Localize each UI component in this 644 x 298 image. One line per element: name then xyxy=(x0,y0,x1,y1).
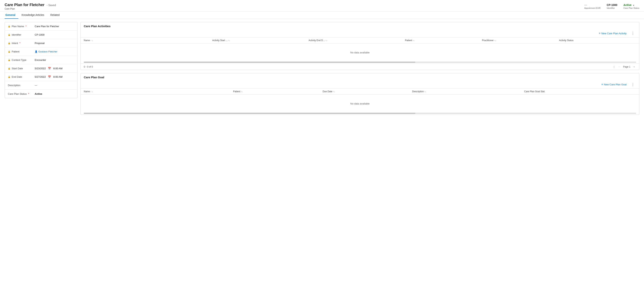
activities-toolbar: + New Care Plan Activity ⋮ xyxy=(81,29,639,37)
page-next-button[interactable]: → xyxy=(632,65,636,69)
label-patient: 🔒 Patient xyxy=(8,50,35,53)
new-care-plan-goal-button[interactable]: + New Care Plan Goal xyxy=(600,82,628,87)
sort-icon: ↑↓ xyxy=(412,39,414,41)
start-date-value: 5/23/2022 xyxy=(35,67,46,70)
goals-toolbar: + New Care Plan Goal ⋮ xyxy=(81,80,639,89)
value-start-date[interactable]: 5/23/2022 📅 8:00 AM xyxy=(35,67,74,70)
lock-icon: 🔒 xyxy=(8,42,10,44)
goals-scrollbar[interactable] xyxy=(84,113,636,114)
calendar-icon[interactable]: 📅 xyxy=(48,67,51,70)
field-description: Description --- xyxy=(5,81,77,90)
sort-asc-icon: ↑ xyxy=(90,39,92,41)
status-value: Active ∨ xyxy=(624,3,634,6)
end-date-value: 5/27/2022 xyxy=(35,75,46,78)
goals-table-header: Name ↑ ↓ Patient ↑↓ Due Date ↑↓ Descript… xyxy=(81,89,639,95)
col-header-activity-end[interactable]: Activity End D... ↑↓ xyxy=(309,39,405,42)
col-header-description[interactable]: Description ↑↓ xyxy=(412,90,524,93)
activities-header: Care Plan Activities xyxy=(81,22,639,29)
field-context-type: 🔒 Context Type Encounter xyxy=(5,56,77,64)
field-identifier: 🔒 Identifier CP-1000 xyxy=(5,31,77,39)
patient-name: Gustavo Fletcher xyxy=(38,50,57,53)
header-field-status[interactable]: Active ∨ Care Plan Status xyxy=(624,3,640,9)
lock-icon: 🔒 xyxy=(8,50,10,53)
tab-related[interactable]: Related xyxy=(50,11,62,19)
appointment-ehr-label: Appoinment EHR xyxy=(584,7,601,9)
status-label: Care Plan Status xyxy=(624,7,640,9)
field-end-date: 🔒 End Date 5/27/2022 📅 8:00 AM xyxy=(5,73,77,81)
sort-toggle-icon: ↓ xyxy=(92,39,93,41)
activities-more-button[interactable]: ⋮ xyxy=(630,30,636,36)
sort-icon: ↑↓ xyxy=(494,39,496,41)
calendar-icon[interactable]: 📅 xyxy=(48,75,51,78)
appointment-ehr-value: --- xyxy=(584,3,587,6)
value-care-plan-status[interactable]: Active xyxy=(35,92,74,95)
identifier-value: CP-1000 xyxy=(607,3,617,6)
form-panel: 🔒 Plan Name * Care Plan for Fletcher 🔒 I… xyxy=(4,22,78,98)
goals-header: Care Plan Goal xyxy=(81,73,639,80)
value-description[interactable]: --- xyxy=(35,84,74,87)
sort-asc-icon: ↑ xyxy=(90,91,92,93)
sort-icon: ↑↓ xyxy=(228,39,230,41)
field-intent: 🔒 Intent * Proposal xyxy=(5,39,77,47)
field-start-date: 🔒 Start Date 5/23/2022 📅 8:00 AM xyxy=(5,64,77,73)
sort-icon: ↑↓ xyxy=(325,39,327,41)
label-context-type: 🔒 Context Type xyxy=(8,59,35,61)
goals-section: Care Plan Goal + New Care Plan Goal ⋮ Na… xyxy=(80,73,640,115)
label-plan-name: 🔒 Plan Name * xyxy=(8,25,35,28)
activities-table-footer: 0 - 0 of 0 ⟨⟨ ← Page 1 → xyxy=(81,64,639,70)
col-header-goal-patient[interactable]: Patient ↑↓ xyxy=(233,90,323,93)
activities-table-header: Name ↑ ↓ Activity Start ... ↑↓ Activity … xyxy=(81,37,639,43)
tab-general[interactable]: General xyxy=(4,11,18,19)
lock-icon: 🔒 xyxy=(8,76,10,78)
goals-more-button[interactable]: ⋮ xyxy=(630,82,636,87)
col-header-practitioner[interactable]: Practitioner ↑↓ xyxy=(482,39,559,42)
value-intent[interactable]: Proposal xyxy=(35,42,74,45)
status-text: Active xyxy=(624,3,632,6)
header-field-appointment-ehr: --- Appoinment EHR xyxy=(584,3,601,9)
page-first-button[interactable]: ⟨⟨ xyxy=(612,65,616,69)
col-header-care-plan-goal-stat[interactable]: Care Plan Goal Stat xyxy=(524,90,636,93)
value-plan-name[interactable]: Care Plan for Fletcher xyxy=(35,25,74,28)
new-activity-label: New Care Plan Activity xyxy=(602,32,627,35)
col-header-activity-status[interactable]: Activity Status xyxy=(559,39,636,42)
header-left: Care Plan for Fletcher - Saved Care Plan xyxy=(4,3,56,10)
col-header-patient[interactable]: Patient ↑↓ xyxy=(405,39,482,42)
sort-icon: ↑↓ xyxy=(241,91,243,93)
label-care-plan-status: Care Plan Status * xyxy=(8,92,35,95)
label-start-date: 🔒 Start Date xyxy=(8,67,35,70)
field-plan-name: 🔒 Plan Name * Care Plan for Fletcher xyxy=(5,22,77,31)
end-time-value: 8:00 AM xyxy=(53,75,62,78)
lock-icon: 🔒 xyxy=(8,59,10,61)
activities-pagination-info: 0 - 0 of 0 xyxy=(84,65,93,68)
sort-toggle-icon: ↓ xyxy=(92,91,93,93)
identifier-label: Identifier xyxy=(607,7,615,9)
activities-scrollbar[interactable] xyxy=(84,62,636,63)
page-header: Care Plan for Fletcher - Saved Care Plan… xyxy=(0,0,644,11)
person-icon: 👤 xyxy=(35,50,38,53)
value-end-date[interactable]: 5/27/2022 📅 8:00 AM xyxy=(35,75,74,78)
col-header-due-date[interactable]: Due Date ↑↓ xyxy=(323,90,412,93)
sort-icon: ↑↓ xyxy=(333,91,335,93)
new-care-plan-activity-button[interactable]: + New Care Plan Activity xyxy=(597,31,628,36)
saved-label: - Saved xyxy=(46,4,56,7)
header-field-identifier: CP-1000 Identifier xyxy=(607,3,617,9)
sort-icon: ↑↓ xyxy=(424,91,426,93)
right-panel: Care Plan Activities + New Care Plan Act… xyxy=(80,22,640,295)
lock-icon: 🔒 xyxy=(8,67,10,70)
col-header-name[interactable]: Name ↑ ↓ xyxy=(84,39,212,42)
label-description: Description xyxy=(8,84,35,87)
tab-knowledge-articles[interactable]: Knowledge Articles xyxy=(21,11,47,19)
value-patient[interactable]: 👤 Gustavo Fletcher xyxy=(35,50,74,53)
activities-section: Care Plan Activities + New Care Plan Act… xyxy=(80,22,640,70)
label-intent: 🔒 Intent * xyxy=(8,42,35,45)
tab-bar: General Knowledge Articles Related xyxy=(0,11,644,19)
value-identifier[interactable]: CP-1000 xyxy=(35,33,74,36)
chevron-down-icon: ∨ xyxy=(633,4,634,6)
col-header-activity-start[interactable]: Activity Start ... ↑↓ xyxy=(212,39,309,42)
goals-title: Care Plan Goal xyxy=(84,76,636,80)
page-prev-button[interactable]: ← xyxy=(617,65,622,69)
col-header-goal-name[interactable]: Name ↑ ↓ xyxy=(84,90,233,93)
activities-title: Care Plan Activities xyxy=(84,24,636,29)
scrollbar-thumb xyxy=(84,62,415,63)
value-context-type[interactable]: Encounter xyxy=(35,59,74,61)
